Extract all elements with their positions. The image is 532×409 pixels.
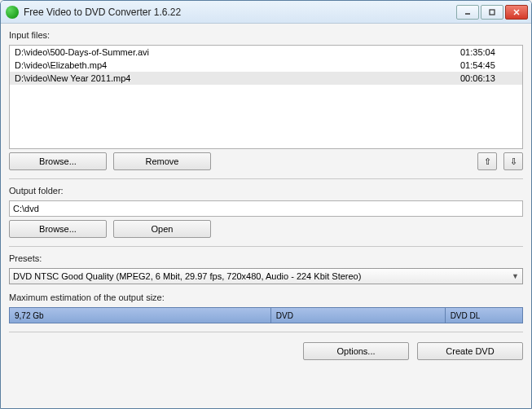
- file-row[interactable]: D:\video\500-Days-of-Summer.avi 01:35:04: [10, 46, 522, 59]
- move-up-button[interactable]: ⇧: [477, 152, 497, 170]
- file-duration: 01:54:45: [460, 59, 517, 71]
- titlebar[interactable]: Free Video to DVD Converter 1.6.22: [1, 1, 531, 24]
- create-dvd-button[interactable]: Create DVD: [417, 342, 523, 360]
- separator: [9, 332, 523, 332]
- move-down-button[interactable]: ⇩: [503, 152, 523, 170]
- size-estimate-value: 9,72 Gb: [10, 308, 271, 323]
- size-dvddl-marker: DVD DL: [446, 308, 522, 323]
- minimize-button[interactable]: [456, 5, 479, 20]
- file-path: D:\video\New Year 2011.mp4: [15, 73, 460, 84]
- input-files-label: Input files:: [9, 30, 523, 40]
- maximize-button[interactable]: [481, 5, 503, 20]
- preset-selected: DVD NTSC Good Quality (MPEG2, 6 Mbit, 29…: [13, 271, 512, 281]
- app-icon: [6, 6, 19, 19]
- content-area: Input files: D:\video\500-Days-of-Summer…: [1, 24, 531, 408]
- file-duration: 01:35:04: [460, 46, 517, 58]
- file-duration: 00:06:13: [460, 73, 517, 84]
- separator: [9, 246, 523, 247]
- output-button-row: Browse... Open: [9, 220, 523, 238]
- file-row[interactable]: D:\video\New Year 2011.mp4 00:06:13: [10, 72, 522, 85]
- input-button-row: Browse... Remove ⇧ ⇩: [9, 152, 523, 170]
- input-file-list[interactable]: D:\video\500-Days-of-Summer.avi 01:35:04…: [9, 45, 523, 149]
- svg-rect-1: [490, 10, 495, 15]
- size-estimate-bar: 9,72 Gb DVD DVD DL: [9, 307, 523, 323]
- input-browse-button[interactable]: Browse...: [9, 152, 107, 170]
- output-folder-input[interactable]: [9, 200, 523, 217]
- file-row[interactable]: D:\video\Elizabeth.mp4 01:54:45: [10, 59, 522, 72]
- file-path: D:\video\500-Days-of-Summer.avi: [15, 46, 460, 58]
- output-folder-label: Output folder:: [9, 186, 523, 196]
- footer-buttons: Options... Create DVD: [9, 337, 523, 362]
- app-window: Free Video to DVD Converter 1.6.22 Input…: [0, 0, 532, 409]
- chevron-down-icon: ▼: [512, 272, 519, 280]
- presets-label: Presets:: [9, 253, 523, 263]
- window-title: Free Video to DVD Converter 1.6.22: [24, 7, 456, 18]
- window-controls: [456, 5, 528, 20]
- size-label: Maximum estimation of the output size:: [9, 292, 523, 302]
- open-button[interactable]: Open: [113, 220, 211, 238]
- minimize-icon: [464, 8, 472, 16]
- remove-button[interactable]: Remove: [113, 152, 211, 170]
- size-dvd-marker: DVD: [271, 308, 446, 323]
- close-icon: [512, 8, 521, 16]
- maximize-icon: [488, 8, 496, 16]
- close-button[interactable]: [505, 5, 528, 20]
- file-path: D:\video\Elizabeth.mp4: [15, 59, 460, 71]
- separator: [9, 178, 523, 179]
- presets-dropdown[interactable]: DVD NTSC Good Quality (MPEG2, 6 Mbit, 29…: [9, 268, 523, 284]
- options-button[interactable]: Options...: [303, 342, 409, 360]
- output-browse-button[interactable]: Browse...: [9, 220, 107, 238]
